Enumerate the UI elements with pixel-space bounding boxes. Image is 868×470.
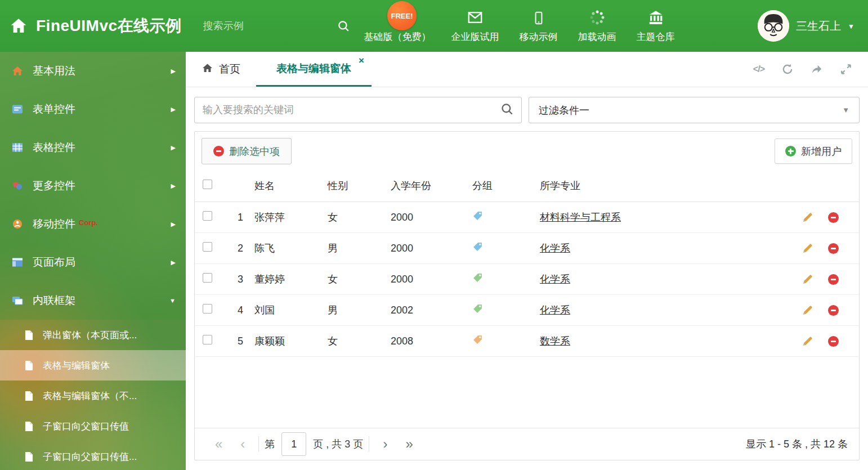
major-link[interactable]: 材料科学与工程系	[540, 212, 621, 223]
page-number-input[interactable]	[281, 432, 306, 456]
sidebar-subitem[interactable]: 子窗口向父窗口传值...	[0, 441, 186, 470]
expand-icon[interactable]	[840, 63, 852, 75]
plus-icon	[785, 146, 796, 156]
delete-selected-label: 删除选中项	[229, 145, 280, 158]
cell-gender: 女	[321, 211, 384, 224]
chevron-right-icon: ▶	[171, 68, 176, 75]
sidebar-subitem-label: 子窗口向父窗口传值	[43, 420, 129, 433]
delete-icon[interactable]	[828, 305, 839, 316]
cell-name: 董婷婷	[248, 272, 321, 286]
free-badge: FREE!	[387, 1, 417, 30]
sidebar-subitem-label: 表格与编辑窗体（不...	[43, 390, 137, 402]
home-icon	[202, 62, 213, 77]
filter-dropdown[interactable]: 过滤条件一 ▼	[529, 97, 860, 123]
add-user-label: 新增用户	[801, 145, 842, 158]
row-checkbox[interactable]	[203, 211, 212, 221]
header-nav-item[interactable]: 加载动画	[568, 9, 627, 43]
search-icon[interactable]	[337, 20, 350, 32]
keyword-search-input[interactable]	[203, 104, 500, 116]
table-body: 1张萍萍女2000材料科学与工程系2陈飞男2000化学系3董婷婷女2000化学系…	[195, 202, 859, 357]
sidebar-item[interactable]: 表单控件▶	[0, 90, 186, 128]
sidebar-item-label: 表格控件	[33, 140, 75, 155]
major-link[interactable]: 化学系	[540, 274, 570, 285]
major-link[interactable]: 数学系	[540, 335, 570, 347]
row-checkbox[interactable]	[203, 242, 212, 252]
delete-icon[interactable]	[828, 243, 839, 254]
header-search-input[interactable]	[203, 20, 334, 32]
edit-icon[interactable]	[802, 305, 813, 316]
row-index: 1	[222, 212, 248, 223]
username: 三生石上	[796, 19, 841, 34]
header-nav-item[interactable]: 企业版试用	[441, 9, 509, 43]
close-icon[interactable]: ×	[359, 55, 364, 66]
avatar[interactable]	[758, 10, 789, 42]
source-code-icon[interactable]: </>	[753, 64, 764, 74]
frame-icon	[11, 294, 25, 307]
edit-icon[interactable]	[802, 243, 813, 254]
refresh-icon[interactable]	[781, 63, 794, 75]
add-user-button[interactable]: 新增用户	[775, 138, 852, 164]
edit-icon[interactable]	[802, 335, 813, 347]
keyword-search-box	[194, 97, 522, 123]
app-title: FineUIMvc在线示例	[36, 15, 182, 37]
table-header-row: 姓名 性别 入学年份 分组 所学专业	[195, 170, 859, 202]
sidebar: 基本用法▶表单控件▶表格控件▶更多控件▶移动控件Corp.▶页面布局▶内联框架▼…	[0, 52, 186, 470]
row-checkbox[interactable]	[203, 335, 212, 344]
cell-group	[466, 241, 533, 255]
file-icon	[25, 451, 35, 462]
sidebar-item[interactable]: 页面布局▶	[0, 243, 186, 281]
row-checkbox[interactable]	[203, 273, 212, 283]
sidebar-item-label: 表单控件	[33, 102, 75, 117]
sidebar-subitem[interactable]: 子窗口向父窗口传值	[0, 411, 186, 441]
user-menu[interactable]: 三生石上 ▼	[758, 10, 868, 42]
header-nav-item[interactable]: 主题仓库	[627, 9, 685, 43]
cell-gender: 男	[321, 303, 384, 317]
delete-icon[interactable]	[828, 336, 839, 347]
sidebar-item-label: 更多控件	[33, 178, 75, 193]
sidebar-item[interactable]: 表格控件▶	[0, 128, 186, 167]
delete-selected-button[interactable]: 删除选中项	[202, 138, 292, 164]
tab-home-label: 首页	[219, 62, 240, 77]
form-icon	[11, 103, 25, 115]
table-row: 3董婷婷女2000化学系	[195, 264, 859, 295]
sidebar-item[interactable]: 移动控件Corp.▶	[0, 205, 186, 243]
sidebar-item[interactable]: 内联框架▼	[0, 281, 186, 320]
main-content: 首页 表格与编辑窗体 × </> 过滤条件一 ▼	[186, 52, 868, 470]
row-checkbox[interactable]	[203, 304, 212, 314]
cell-year: 2000	[384, 274, 466, 285]
major-link[interactable]: 化学系	[540, 305, 570, 316]
header-nav-item[interactable]: 移动示例	[509, 9, 568, 43]
next-page-button[interactable]: ›	[374, 437, 396, 451]
delete-icon[interactable]	[828, 274, 839, 285]
tab-home[interactable]: 首页	[186, 52, 256, 87]
divider	[258, 436, 259, 452]
tab-active[interactable]: 表格与编辑窗体 ×	[256, 52, 372, 87]
cell-group	[466, 211, 533, 224]
select-all-checkbox[interactable]	[203, 180, 212, 189]
edit-icon[interactable]	[802, 212, 813, 223]
sidebar-item[interactable]: 基本用法▶	[0, 52, 186, 90]
col-name: 姓名	[248, 179, 321, 193]
search-icon[interactable]	[500, 102, 513, 118]
cell-major: 材料科学与工程系	[533, 211, 775, 224]
mobile-controls-icon	[11, 218, 25, 230]
sidebar-item[interactable]: 更多控件▶	[0, 167, 186, 205]
app-logo[interactable]: FineUIMvc在线示例	[0, 15, 182, 37]
major-link[interactable]: 化学系	[540, 243, 570, 254]
cell-group	[466, 272, 533, 286]
delete-icon[interactable]	[828, 212, 839, 223]
home-icon	[11, 65, 25, 77]
cell-group	[466, 303, 533, 317]
header-nav-label: 企业版试用	[451, 30, 499, 43]
sidebar-subitem[interactable]: 表格与编辑窗体（不...	[0, 381, 186, 411]
sidebar-subitem[interactable]: 弹出窗体（本页面或...	[0, 320, 186, 350]
edit-icon[interactable]	[802, 274, 813, 285]
last-page-button[interactable]: »	[396, 437, 422, 451]
col-gender: 性别	[321, 179, 384, 193]
page-prefix: 第	[263, 437, 276, 451]
sidebar-subitem[interactable]: 表格与编辑窗体	[0, 350, 186, 381]
prev-page-button[interactable]: ‹	[231, 437, 254, 451]
share-icon[interactable]	[811, 63, 823, 75]
first-page-button[interactable]: «	[206, 437, 231, 451]
file-icon	[25, 329, 35, 341]
